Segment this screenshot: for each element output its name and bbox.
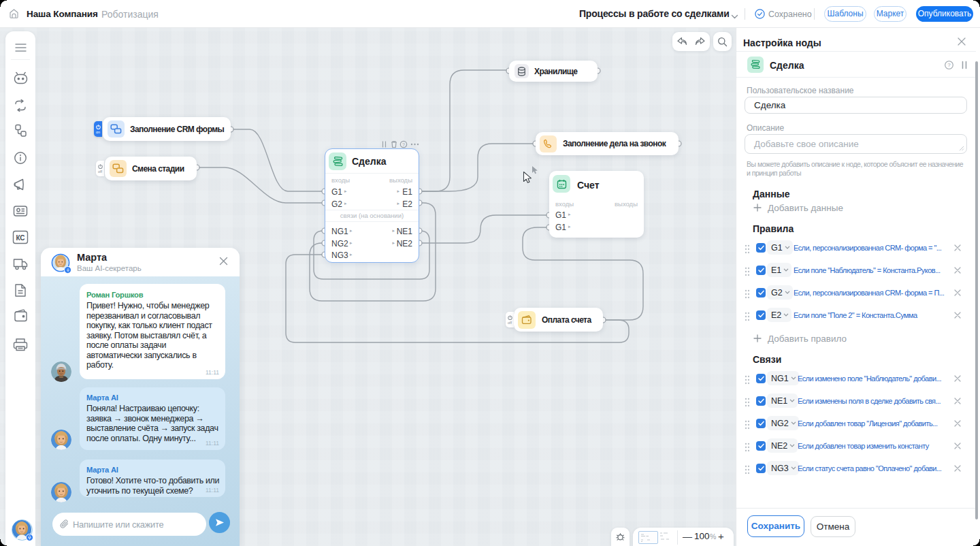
svg-text:?: ? [402, 142, 405, 147]
svg-text:КС: КС [16, 234, 24, 242]
svg-text:?: ? [947, 62, 951, 68]
